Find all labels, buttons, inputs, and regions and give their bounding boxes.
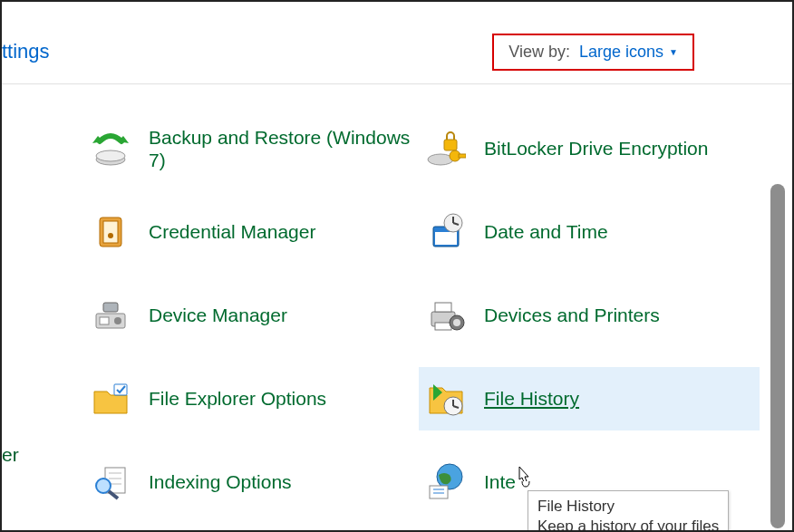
svg-rect-19 [103,303,118,312]
viewby-selected: Large icons [579,43,663,62]
item-label: Indexing Options [149,470,292,493]
svg-point-34 [96,479,111,493]
item-label: File Explorer Options [149,387,326,410]
svg-point-24 [453,319,460,326]
item-label: Inte [484,470,516,493]
svg-rect-5 [444,140,457,150]
item-backup-restore[interactable]: Backup and Restore (Windows 7) [91,121,417,177]
item-label: Devices and Printers [484,304,660,326]
item-label: BitLocker Drive Encryption [484,137,708,160]
svg-rect-25 [114,384,127,395]
item-date-time[interactable]: Date and Time [426,204,752,260]
tooltip-desc: Keep a history of your files [537,517,719,532]
backup-restore-icon [91,129,131,169]
item-label: Credential Manager [149,220,315,243]
viewby-highlight: View by: Large icons ▼ [492,34,694,71]
svg-rect-22 [435,323,451,330]
indexing-options-icon [91,462,131,502]
bitlocker-icon [426,129,466,169]
chevron-down-icon: ▼ [669,47,678,57]
item-label: Device Manager [149,304,287,326]
svg-rect-17 [100,317,109,324]
devices-printers-icon [426,295,466,335]
control-panel-window: ttings View by: Large icons ▼ er Backup … [0,0,794,532]
device-manager-icon [91,295,131,335]
svg-rect-12 [435,232,457,245]
item-label: Date and Time [484,220,608,243]
svg-point-10 [108,233,113,238]
svg-point-1 [96,150,125,161]
tooltip-title: File History [537,497,719,517]
item-devices-printers[interactable]: Devices and Printers [426,287,752,343]
viewby-dropdown[interactable]: Large icons ▼ [579,43,678,62]
svg-rect-37 [430,486,448,498]
item-file-explorer-options[interactable]: File Explorer Options [91,371,417,427]
item-label: File History [484,387,579,410]
item-bitlocker[interactable]: BitLocker Drive Encryption [426,121,752,177]
vertical-scrollbar[interactable] [770,184,785,528]
item-label: Backup and Restore (Windows 7) [149,126,417,171]
viewby-label: View by: [508,43,570,62]
header-bar: ttings View by: Large icons ▼ [2,2,792,84]
item-file-history[interactable]: File History [419,367,760,430]
items-grid: Backup and Restore (Windows 7) BitLocker… [91,121,792,532]
internet-options-icon [426,462,466,502]
date-time-icon [426,212,466,252]
item-device-manager[interactable]: Device Manager [91,287,417,343]
items-area: er Backup and Restore (Windows 7) BitLoc… [2,84,792,531]
credential-manager-icon [91,212,131,252]
breadcrumb-fragment: ttings [2,40,50,63]
svg-rect-9 [103,221,118,243]
svg-rect-21 [435,303,451,312]
stray-left-label: er [2,444,19,466]
item-indexing-options[interactable]: Indexing Options [91,454,417,510]
svg-point-18 [114,317,121,324]
file-explorer-options-icon [91,379,131,419]
tooltip: File History Keep a history of your file… [528,490,729,532]
svg-rect-7 [459,154,466,158]
file-history-icon [426,379,466,419]
item-credential-manager[interactable]: Credential Manager [91,204,417,260]
